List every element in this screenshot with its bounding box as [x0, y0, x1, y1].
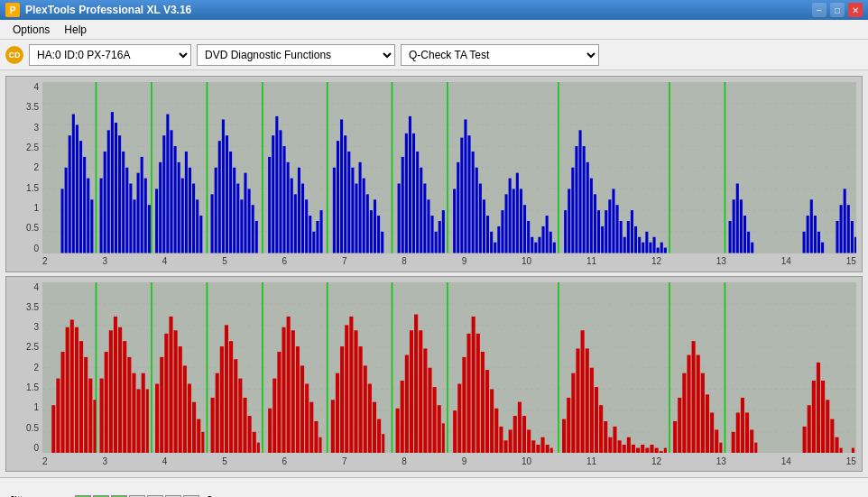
svg-rect-36	[137, 173, 140, 253]
drive-selector[interactable]: HA:0 ID:0 PX-716A	[29, 44, 191, 66]
svg-rect-204	[70, 319, 74, 453]
jitter-label: Jitter:	[9, 494, 68, 498]
svg-rect-65	[255, 221, 258, 253]
svg-rect-168	[743, 216, 746, 253]
svg-rect-51	[196, 199, 199, 253]
svg-rect-120	[497, 226, 500, 253]
svg-rect-60	[236, 184, 239, 253]
svg-rect-102	[423, 184, 426, 253]
svg-rect-268	[401, 380, 404, 453]
svg-rect-335	[736, 412, 740, 453]
svg-rect-294	[527, 429, 531, 453]
svg-rect-221	[155, 383, 159, 453]
svg-rect-261	[359, 346, 363, 453]
menu-options[interactable]: Options	[5, 22, 57, 38]
svg-rect-257	[340, 346, 344, 453]
svg-rect-309	[604, 420, 607, 453]
svg-rect-286	[490, 389, 494, 453]
svg-rect-303	[576, 348, 579, 453]
top-chart-y-axis: 4 3.5 3 2.5 2 1.5 1 0.5 0	[8, 82, 42, 253]
svg-rect-80	[320, 210, 323, 253]
svg-rect-292	[518, 401, 522, 453]
svg-rect-233	[216, 373, 219, 453]
svg-rect-61	[240, 199, 243, 253]
svg-rect-311	[613, 426, 616, 453]
svg-rect-254	[319, 437, 321, 453]
maximize-button[interactable]: □	[830, 3, 845, 17]
svg-rect-143	[590, 179, 593, 253]
svg-rect-57	[226, 135, 228, 253]
svg-rect-53	[211, 194, 214, 253]
svg-rect-180	[847, 205, 850, 253]
svg-rect-91	[370, 210, 373, 253]
svg-rect-236	[229, 341, 233, 453]
svg-rect-125	[516, 173, 519, 253]
svg-rect-332	[715, 429, 718, 453]
svg-rect-313	[623, 445, 626, 453]
svg-rect-270	[410, 330, 413, 453]
svg-rect-23	[83, 157, 86, 253]
svg-rect-264	[373, 401, 376, 453]
svg-rect-77	[309, 216, 311, 253]
svg-rect-119	[494, 243, 496, 253]
svg-rect-326	[687, 354, 690, 453]
svg-rect-231	[201, 431, 204, 453]
svg-rect-255	[331, 400, 335, 453]
svg-rect-39	[148, 205, 151, 253]
svg-rect-69	[279, 130, 282, 253]
svg-rect-312	[618, 440, 622, 453]
svg-rect-176	[821, 243, 824, 253]
svg-rect-87	[355, 184, 357, 253]
svg-rect-216	[127, 356, 131, 453]
bottom-chart-svg	[42, 282, 856, 454]
bottom-chart: 4 3.5 3 2.5 2 1.5 1 0.5 0	[5, 276, 863, 473]
svg-rect-93	[377, 216, 380, 253]
svg-rect-307	[595, 387, 598, 453]
svg-rect-107	[442, 210, 445, 253]
svg-rect-103	[427, 199, 429, 253]
svg-rect-68	[275, 116, 278, 253]
svg-rect-63	[248, 189, 251, 253]
svg-rect-86	[351, 168, 354, 253]
svg-rect-343	[817, 362, 820, 453]
svg-rect-276	[438, 405, 441, 453]
svg-rect-217	[132, 373, 135, 453]
svg-rect-148	[608, 199, 611, 253]
svg-rect-274	[428, 367, 431, 453]
svg-rect-56	[222, 119, 225, 253]
svg-rect-101	[420, 168, 422, 253]
svg-rect-22	[79, 141, 82, 253]
svg-rect-211	[105, 351, 108, 453]
svg-rect-126	[520, 189, 522, 253]
svg-rect-226	[179, 346, 182, 453]
svg-rect-50	[192, 184, 195, 253]
svg-rect-153	[627, 221, 630, 253]
svg-rect-144	[594, 194, 596, 253]
svg-rect-209	[93, 400, 96, 453]
svg-rect-249	[296, 346, 300, 453]
svg-rect-213	[114, 316, 117, 453]
svg-rect-130	[534, 243, 537, 253]
svg-rect-83	[340, 119, 343, 253]
svg-rect-49	[189, 168, 191, 253]
svg-rect-234	[220, 346, 224, 453]
svg-rect-141	[583, 146, 586, 253]
svg-rect-253	[314, 420, 318, 453]
svg-rect-346	[830, 419, 834, 453]
svg-rect-238	[238, 378, 242, 453]
svg-rect-82	[337, 141, 339, 253]
window-controls: − □ ✕	[812, 3, 863, 17]
menu-help[interactable]: Help	[57, 22, 94, 38]
svg-rect-169	[747, 232, 750, 253]
minimize-button[interactable]: −	[812, 3, 826, 17]
svg-rect-92	[374, 199, 376, 253]
svg-rect-302	[571, 373, 575, 453]
svg-rect-54	[215, 168, 217, 253]
svg-rect-26	[100, 179, 103, 253]
svg-rect-215	[123, 341, 126, 453]
test-selector[interactable]: Q-Check TA Test	[401, 44, 599, 66]
function-selector[interactable]: DVD Diagnostic Functions	[197, 44, 395, 66]
close-button[interactable]: ✕	[848, 3, 863, 17]
jitter-row: Jitter: 2	[9, 494, 221, 498]
svg-rect-256	[336, 373, 339, 453]
